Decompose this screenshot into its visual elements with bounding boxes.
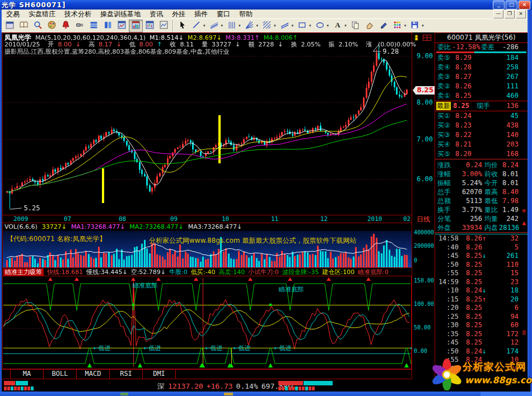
kline-chart-area[interactable] <box>2 32 412 215</box>
indicator-field: 快线:18.681 <box>47 268 83 276</box>
menu-item-0[interactable]: 交易 <box>2 10 24 19</box>
toolbar-button-channel-tool[interactable] <box>278 20 292 32</box>
mdi-minimize-button[interactable]: — <box>493 10 503 18</box>
tab-rsi[interactable]: RSI <box>110 370 143 379</box>
header-field: 额2728↓ <box>248 41 287 48</box>
toolbar-separator <box>172 20 174 31</box>
chart-window3-icon <box>146 21 154 31</box>
toolbar-button-rect-tool[interactable] <box>295 20 309 32</box>
toolbar-button-search[interactable] <box>31 20 45 32</box>
toolbar-button-vlines-tool[interactable] <box>225 20 239 32</box>
toolbar-button-line-tool[interactable] <box>189 20 203 32</box>
tab-dmi[interactable]: DMI <box>143 370 176 379</box>
weicha-value: -286 <box>497 43 525 51</box>
toolbar-button-colors[interactable] <box>390 20 404 32</box>
tick-row: :258.2594 <box>435 313 528 322</box>
save-icon <box>410 21 419 31</box>
menu-item-2[interactable]: 技术分析 <box>60 10 96 19</box>
stat-row: 换手3.77%量比1.49 <box>435 205 528 214</box>
menu-item-1[interactable]: 实盘猎庄 <box>24 10 60 19</box>
toolbar-button-alarm[interactable] <box>59 20 73 32</box>
period-label[interactable]: 日线 <box>417 215 430 224</box>
stat-row: 涨幅3.00%前收8.01 <box>435 169 528 178</box>
indicator-field: 建仓区:100 <box>323 268 355 276</box>
scroll-marker-icon[interactable]: ▲ <box>522 220 526 226</box>
volume-chart-area[interactable]: 【代码:600071 名称:凤凰光学】 分析家公式网www.88gs.com 最… <box>2 231 412 267</box>
tick-list[interactable]: 14:588.26↑32:408.265:458.25↓261:508.2511… <box>435 234 528 379</box>
toolbar-button-gann-tool[interactable] <box>260 20 274 32</box>
indicator-axis-label: 0.00 <box>414 348 427 354</box>
volume-header-field: VOL(6,6,6) <box>4 223 38 230</box>
volume-axis-label: 200000 <box>414 243 434 249</box>
toolbar-button-ellipse-tool[interactable] <box>313 20 327 32</box>
toolbar-button-rows[interactable] <box>87 20 101 32</box>
indicator-chart-canvas[interactable] <box>2 276 412 369</box>
menu-item-7[interactable]: 窗口 <box>212 10 235 19</box>
toolbar-button-palette[interactable] <box>45 20 59 32</box>
pen-icon <box>379 21 388 31</box>
menu-item-3[interactable]: 操盘训练基地 <box>96 10 145 19</box>
tick-row: :308.2560 <box>435 321 528 330</box>
tick-row: :458.2512 <box>435 338 528 347</box>
menu-item-8[interactable]: 帮助 <box>235 10 257 19</box>
buy-signal-label: ←低进 <box>410 344 412 352</box>
window-icon <box>6 21 14 31</box>
x-axis-label: 02 <box>403 215 410 223</box>
volume-header-field: MA2:73268.477↓ <box>129 223 183 230</box>
menu-item-6[interactable]: 插件 <box>190 10 212 19</box>
taskbar-sliver <box>0 392 532 396</box>
chevron-down-icon[interactable]: ▾ <box>422 23 426 28</box>
menu-item-4[interactable]: 资讯 <box>145 10 167 19</box>
grid-layout-icon[interactable] <box>423 35 431 41</box>
indicator-title[interactable]: 瞄准主力吸筹 <box>3 268 44 276</box>
index-value: 12137.20 <box>168 382 203 390</box>
buy-row: 买②8.23438 <box>435 121 528 130</box>
channel-tool-icon <box>281 21 289 31</box>
toolbar-button-trendline-tool[interactable] <box>207 20 221 32</box>
tab-ma[interactable]: MA <box>10 370 44 379</box>
volume-axis-label: 400000 <box>414 229 434 235</box>
weicha-label: 委差 <box>481 43 497 51</box>
tick-row: 14:598.2523 <box>435 278 528 287</box>
site-name: 分析家公式网 <box>463 360 526 374</box>
scroll-lines-icon[interactable]: ≣ <box>522 329 526 336</box>
indicator-chart-area[interactable]: 瞄准底部 瞄准底部 ←低进←低进←低进←低进←低进←低进 <box>2 276 412 369</box>
toolbar-button-text-tool[interactable]: A <box>330 20 344 32</box>
toolbar-button-window[interactable] <box>3 20 17 32</box>
menu-item-5[interactable]: 外挂 <box>167 10 190 19</box>
toolbar-button-book[interactable] <box>17 20 31 32</box>
kline-chart-canvas[interactable] <box>2 32 412 215</box>
stat-row: 总额5113最低7.98 <box>435 196 528 205</box>
toolbar-button-chart-window[interactable] <box>115 20 129 32</box>
mdi-close-button[interactable]: × <box>516 10 526 18</box>
tick-row: :508.25110 <box>435 261 528 270</box>
tab-boll[interactable]: BOLL <box>44 370 77 379</box>
toolbar-button-save[interactable] <box>408 20 422 32</box>
banner-code-text: 【代码:600071 名称:凤凰光学】 <box>7 234 106 244</box>
minimize-button[interactable]: _ <box>493 1 505 10</box>
toolbar-button-copy[interactable] <box>348 20 362 32</box>
indicator-field: 波段金牌:-35 <box>282 268 319 276</box>
toolbar-button-columns[interactable] <box>101 20 115 32</box>
toolbar-button-pen[interactable] <box>376 20 390 32</box>
quote-stock-header[interactable]: 600071 凤凰光学(56) <box>435 33 528 43</box>
toolbar-button-chart-window4[interactable] <box>157 20 171 32</box>
x-axis-label: 2009 <box>13 215 29 223</box>
tab-macd[interactable]: MACD <box>77 370 110 379</box>
x-axis: 2009070809101112201002 <box>2 215 412 223</box>
gann-tool-icon <box>263 21 271 31</box>
book-icon <box>20 21 28 31</box>
toolbar-button-pointer[interactable] <box>175 20 189 32</box>
toolbar-button-connect[interactable] <box>73 20 87 32</box>
mdi-restore-button[interactable]: ❐ <box>505 10 515 18</box>
scroll-up-icon[interactable]: ⊕ <box>522 208 526 214</box>
window-title: 光学 SH600071] <box>2 1 66 10</box>
volume-header-field: MA1:73268.477↓ <box>71 223 125 230</box>
indicator-field: 牛股:0 <box>169 268 188 276</box>
toolbar-button-chart-window2[interactable] <box>129 20 143 32</box>
toolbar-button-eraser[interactable] <box>362 20 376 32</box>
close-button[interactable]: × <box>519 1 530 10</box>
toolbar-button-chart-window3[interactable] <box>143 20 157 32</box>
maximize-button[interactable]: □ <box>506 1 517 10</box>
toolbar-button-fan-tool[interactable] <box>242 20 256 32</box>
